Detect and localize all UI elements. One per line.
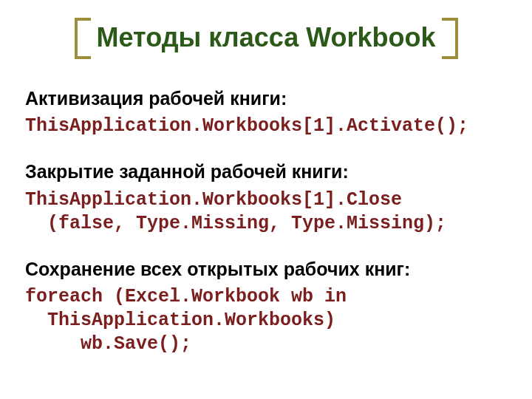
bracket-right-icon bbox=[442, 18, 458, 59]
code-save: foreach (Excel.Workbook wb in ThisApplic… bbox=[25, 285, 507, 356]
slide-title-container: Методы класса Workbook bbox=[75, 18, 458, 59]
code-close: ThisApplication.Workbooks[1].Close (fals… bbox=[25, 188, 507, 236]
slide-title: Методы класса Workbook bbox=[97, 22, 436, 52]
bracket-left-icon bbox=[75, 18, 91, 59]
label-close: Закрытие заданной рабочей книги: bbox=[25, 160, 507, 183]
label-activation: Активизация рабочей книги: bbox=[25, 87, 507, 110]
slide-body: Активизация рабочей книги: ThisApplicati… bbox=[25, 87, 507, 362]
title-area: Методы класса Workbook bbox=[0, 18, 532, 59]
label-save: Сохранение всех открытых рабочих книг: bbox=[25, 258, 507, 281]
code-activation: ThisApplication.Workbooks[1].Activate(); bbox=[25, 115, 507, 138]
